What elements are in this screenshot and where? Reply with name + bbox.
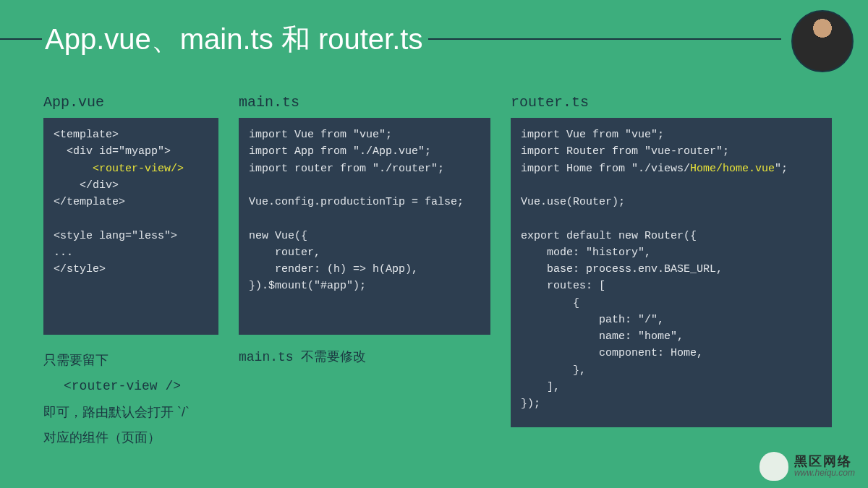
code-block-main: import Vue from "vue"; import App from "…: [239, 118, 490, 335]
note-cjk: 不需要修改: [301, 349, 366, 364]
note-main: main.ts 不需要修改: [239, 348, 490, 365]
title-rule-left: [0, 38, 42, 40]
watermark-text: 黑区网络 www.heiqu.com: [794, 455, 855, 477]
code-highlight: <router-view/>: [93, 163, 184, 175]
column-main-ts: main.ts import Vue from "vue"; import Ap…: [239, 94, 490, 450]
title-rule-right: [428, 38, 781, 40]
title-bar: App.vue、main.ts 和 router.ts: [0, 0, 868, 58]
watermark: 黑区网络 www.heiqu.com: [760, 452, 855, 481]
note-mono: main.ts: [239, 350, 301, 364]
note-line: 即可，路由默认会打开 `/`: [43, 400, 218, 424]
note-code-inline: <router-view />: [43, 374, 218, 398]
code-highlight: Home/home.vue: [690, 163, 775, 175]
code-text: </div> </template> <style lang="less"> .…: [54, 179, 177, 275]
code-block-router: import Vue from "vue"; import Router fro…: [511, 118, 832, 427]
content-columns: App.vue <template> <div id="myapp"> <rou…: [0, 58, 868, 450]
column-app-vue: App.vue <template> <div id="myapp"> <rou…: [43, 94, 218, 450]
watermark-cn: 黑区网络: [794, 455, 855, 468]
column-heading-main: main.ts: [239, 94, 490, 111]
presenter-avatar: [791, 10, 854, 72]
note-app: 只需要留下 <router-view /> 即可，路由默认会打开 `/` 对应的…: [43, 348, 218, 450]
note-line: 只需要留下: [43, 348, 218, 372]
column-heading-app: App.vue: [43, 94, 218, 111]
page-title: App.vue、main.ts 和 router.ts: [42, 20, 428, 59]
watermark-en: www.heiqu.com: [794, 468, 855, 478]
mushroom-icon: [760, 452, 788, 481]
note-line: 对应的组件（页面）: [43, 425, 218, 450]
code-text: "; Vue.use(Router); export default new R…: [521, 163, 788, 411]
column-heading-router: router.ts: [511, 94, 832, 111]
code-block-app: <template> <div id="myapp"> <router-view…: [43, 118, 218, 335]
column-router-ts: router.ts import Vue from "vue"; import …: [511, 94, 832, 450]
